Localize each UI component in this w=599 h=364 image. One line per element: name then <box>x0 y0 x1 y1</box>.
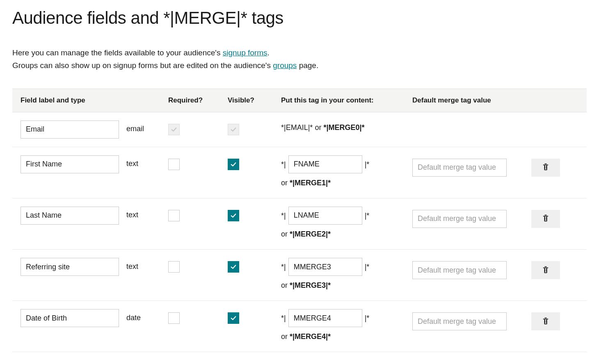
default-value-input[interactable] <box>412 159 507 177</box>
merge-alt-label: or *|MERGE2|* <box>281 227 412 241</box>
table-row: text*||*or *|MERGE3|* <box>12 250 587 301</box>
delete-field-button[interactable] <box>531 261 560 279</box>
merge-tag-input[interactable] <box>288 258 362 276</box>
tag-suffix: |* <box>365 209 370 223</box>
default-value-input[interactable] <box>412 261 507 279</box>
col-default: Default merge tag value <box>412 96 531 105</box>
intro-line2b: page. <box>297 61 318 70</box>
delete-field-button[interactable] <box>531 210 560 228</box>
visible-checkbox[interactable] <box>228 159 239 170</box>
merge-tag-input[interactable] <box>288 155 362 173</box>
intro-text: Here you can manage the fields available… <box>12 46 587 72</box>
tag-prefix: *| <box>281 260 286 274</box>
trash-icon <box>541 316 550 327</box>
tag-prefix: *| <box>281 157 286 171</box>
field-label-input[interactable] <box>21 155 119 173</box>
delete-field-button[interactable] <box>531 312 560 330</box>
tag-suffix: |* <box>365 260 370 274</box>
intro-line1a: Here you can manage the fields available… <box>12 48 223 57</box>
merge-alt-label: or *|MERGE4|* <box>281 330 412 344</box>
col-label-type: Field label and type <box>21 96 168 105</box>
fields-table: Field label and type Required? Visible? … <box>12 89 587 353</box>
required-checkbox[interactable] <box>168 159 180 170</box>
tag-prefix: *| <box>281 209 286 223</box>
trash-icon <box>541 214 550 224</box>
email-merge-tag-b: *|MERGE0|* <box>323 123 364 132</box>
tag-prefix: *| <box>281 311 286 325</box>
groups-link[interactable]: groups <box>273 61 297 70</box>
field-type-label: date <box>126 314 141 323</box>
table-row: text*||*or *|MERGE2|* <box>12 198 587 250</box>
table-header: Field label and type Required? Visible? … <box>12 89 587 112</box>
visible-checkbox[interactable] <box>228 210 239 221</box>
required-checkbox[interactable] <box>168 210 180 221</box>
trash-icon <box>541 265 550 275</box>
default-value-input[interactable] <box>412 312 507 330</box>
page-title: Audience fields and *|MERGE|* tags <box>12 8 587 28</box>
merge-tag-input[interactable] <box>288 207 362 225</box>
field-type-label: text <box>126 159 138 169</box>
visible-checkbox[interactable] <box>228 261 239 273</box>
field-type-label: text <box>126 211 138 220</box>
field-label-input[interactable] <box>21 121 119 139</box>
email-merge-tag-a: *|EMAIL|* or <box>281 123 323 132</box>
tag-suffix: |* <box>365 311 370 325</box>
col-required: Required? <box>168 96 228 105</box>
visible-checkbox <box>228 124 239 135</box>
table-row: date*||*or *|MERGE4|* <box>12 301 587 352</box>
merge-alt-label: or *|MERGE3|* <box>281 278 412 292</box>
field-label-input[interactable] <box>21 207 119 225</box>
col-tag: Put this tag in your content: <box>281 96 412 105</box>
required-checkbox <box>168 124 180 135</box>
field-label-input[interactable] <box>21 309 119 327</box>
intro-line2a: Groups can also show up on signup forms … <box>12 61 273 70</box>
visible-checkbox[interactable] <box>228 312 239 324</box>
table-row: email *|EMAIL|* or *|MERGE0|* <box>12 112 587 147</box>
required-checkbox[interactable] <box>168 261 180 273</box>
trash-icon <box>541 162 550 173</box>
field-type-label: email <box>126 125 144 134</box>
field-type-label: text <box>126 262 138 272</box>
delete-field-button[interactable] <box>531 159 560 177</box>
default-value-input[interactable] <box>412 210 507 228</box>
table-row: text*||*or *|MERGE1|* <box>12 147 587 198</box>
merge-tag-input[interactable] <box>288 309 362 327</box>
intro-line1b: . <box>267 48 270 57</box>
tag-suffix: |* <box>365 157 370 171</box>
merge-alt-label: or *|MERGE1|* <box>281 176 412 190</box>
field-label-input[interactable] <box>21 258 119 276</box>
required-checkbox[interactable] <box>168 312 180 324</box>
signup-forms-link[interactable]: signup forms <box>223 48 267 57</box>
col-visible: Visible? <box>228 96 281 105</box>
